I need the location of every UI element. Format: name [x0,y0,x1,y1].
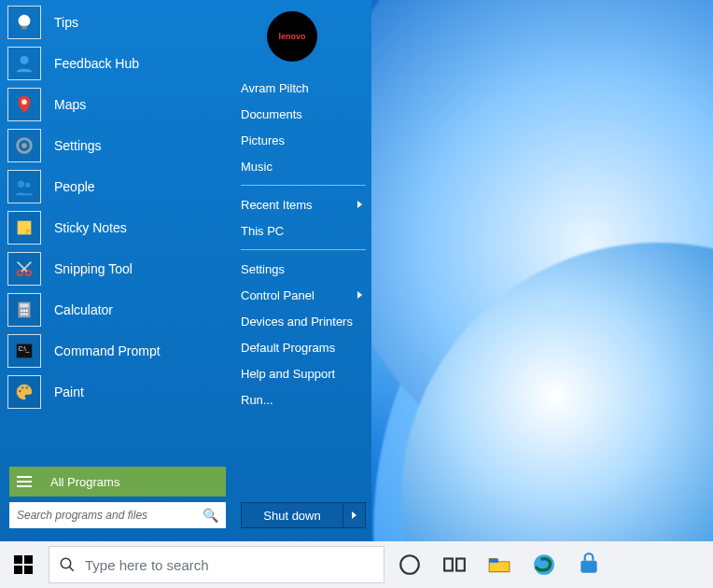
person-icon [7,47,41,80]
start-menu-right-panel: lenovo Avram PiltchDocumentsPicturesMusi… [231,0,371,541]
right-item-label: Settings [241,262,285,276]
right-item-label: Control Panel [241,288,315,302]
chevron-right-icon [357,291,362,299]
right-item-devices-and-printers[interactable]: Devices and Printers [241,308,366,334]
search-icon: 🔍 [203,508,218,523]
store-button[interactable] [577,553,601,577]
right-item-help-and-support[interactable]: Help and Support [241,360,366,386]
right-item-label: Default Programs [241,341,335,355]
right-item-this-pc[interactable]: This PC [241,217,366,244]
windows-logo-icon [14,555,33,574]
task-view-button[interactable] [442,553,467,577]
app-label: Command Prompt [54,343,161,358]
start-menu: TipsFeedback HubMapsSettingsPeopleSticky… [0,0,371,541]
app-label: Maps [54,97,86,112]
right-item-default-programs[interactable]: Default Programs [241,334,366,360]
svg-rect-3 [444,559,453,571]
folder-icon [487,553,511,577]
cmd-icon [7,334,41,368]
chevron-right-icon [352,511,356,519]
right-item-music[interactable]: Music [241,153,366,179]
app-item-command-prompt[interactable]: Command Prompt [4,330,231,371]
calculator-icon [7,293,41,327]
shutdown-label: Shut down [263,509,320,523]
chevron-right-icon [357,201,362,208]
app-item-sticky-notes[interactable]: Sticky Notes [4,207,231,248]
taskbar-pinned-apps [398,541,601,588]
right-item-label: Pictures [241,133,285,147]
app-label: Tips [54,15,78,30]
user-avatar[interactable]: lenovo [267,11,317,62]
separator [241,185,366,186]
svg-rect-7 [580,561,596,573]
palette-icon [7,375,41,409]
shutdown-button[interactable]: Shut down [241,502,343,528]
app-item-feedback-hub[interactable]: Feedback Hub [4,43,231,84]
app-item-settings[interactable]: Settings [4,125,231,166]
file-explorer-button[interactable] [487,553,511,577]
app-label: People [54,179,95,194]
right-item-settings[interactable]: Settings [241,256,366,282]
shutdown-options-button[interactable] [343,502,366,528]
svg-rect-5 [489,559,498,563]
taskbar: Type here to search [0,541,713,588]
right-item-label: Run... [241,393,273,407]
store-icon [577,553,601,577]
app-label: Calculator [54,302,113,317]
right-item-label: Devices and Printers [241,315,353,329]
right-item-run-[interactable]: Run... [241,386,366,413]
app-label: Feedback Hub [54,56,139,71]
right-item-avram-piltch[interactable]: Avram Piltch [241,75,366,101]
taskbar-search-placeholder: Type here to search [85,557,209,573]
app-item-paint[interactable]: Paint [4,371,231,413]
right-item-recent-items[interactable]: Recent Items [241,191,366,217]
svg-rect-4 [456,559,465,571]
avatar-label: lenovo [278,33,305,41]
search-icon [59,556,76,573]
circle-icon [398,553,422,577]
start-menu-left-panel: TipsFeedback HubMapsSettingsPeopleSticky… [0,0,231,541]
svg-point-2 [400,555,419,574]
people-icon [7,170,41,203]
app-label: Settings [54,138,102,153]
right-item-label: This PC [241,224,284,238]
all-programs-button[interactable]: All Programs [9,467,226,497]
app-item-snipping-tool[interactable]: Snipping Tool [4,248,231,289]
right-item-label: Avram Piltch [241,81,309,95]
edge-button[interactable] [532,553,556,577]
start-menu-search-input[interactable]: Search programs and files 🔍 [9,502,226,528]
note-icon [7,211,41,245]
app-label: Sticky Notes [54,220,127,235]
app-item-calculator[interactable]: Calculator [4,289,231,330]
separator [241,249,366,250]
app-item-maps[interactable]: Maps [4,84,231,125]
taskbar-search-input[interactable]: Type here to search [49,546,384,583]
right-item-documents[interactable]: Documents [241,101,366,127]
edge-icon [532,553,556,577]
app-label: Snipping Tool [54,261,133,276]
svg-point-0 [61,558,71,568]
search-placeholder: Search programs and files [17,509,147,522]
cortana-button[interactable] [398,553,422,577]
right-item-control-panel[interactable]: Control Panel [241,282,366,308]
shutdown-split-button: Shut down [241,502,366,528]
gear-icon [7,129,41,162]
all-programs-label: All Programs [50,475,119,489]
task-view-icon [442,553,467,577]
right-item-label: Documents [241,107,302,121]
pin-icon [7,88,41,121]
lightbulb-icon [7,6,41,39]
start-button[interactable] [0,541,47,588]
right-item-label: Help and Support [241,367,335,381]
right-item-label: Music [241,160,273,174]
right-item-label: Recent Items [241,198,313,212]
scissors-icon [7,252,41,286]
app-label: Paint [54,385,84,399]
list-icon [17,471,37,492]
svg-line-1 [69,567,74,571]
right-item-pictures[interactable]: Pictures [241,127,366,153]
app-item-people[interactable]: People [4,166,231,207]
app-item-tips[interactable]: Tips [4,2,231,43]
